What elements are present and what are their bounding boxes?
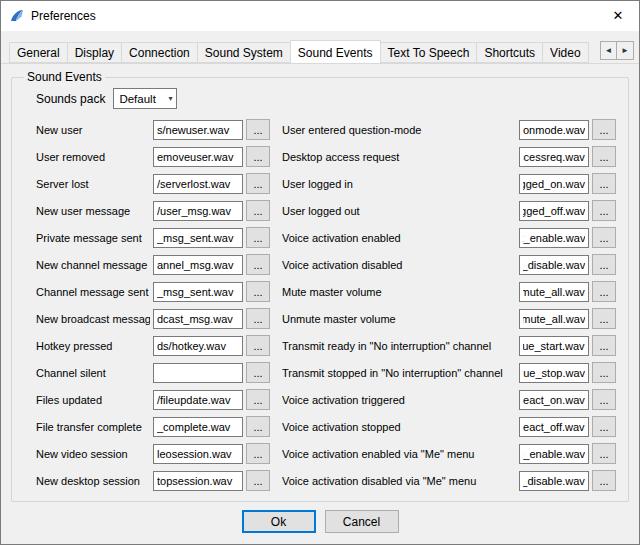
event-file-input[interactable] <box>519 255 589 275</box>
event-file-input[interactable] <box>519 471 589 491</box>
browse-button[interactable]: ... <box>246 227 270 248</box>
event-file-input[interactable] <box>519 336 589 356</box>
event-file-input[interactable] <box>153 174 243 194</box>
event-file-input[interactable] <box>519 363 589 383</box>
sounds-pack-select[interactable]: Default ▾ <box>113 88 177 109</box>
event-file-input[interactable] <box>519 174 589 194</box>
tab-text-to-speech[interactable]: Text To Speech <box>380 42 478 63</box>
browse-button[interactable]: ... <box>246 470 270 491</box>
browse-button[interactable]: ... <box>246 443 270 464</box>
event-label: Voice activation disabled <box>282 259 516 271</box>
browse-button[interactable]: ... <box>592 227 616 248</box>
tab-display[interactable]: Display <box>67 42 122 63</box>
event-file-input[interactable] <box>519 390 589 410</box>
event-file-input[interactable] <box>153 336 243 356</box>
event-file-input[interactable] <box>519 417 589 437</box>
titlebar: Preferences ✕ <box>1 1 639 31</box>
browse-button[interactable]: ... <box>592 254 616 275</box>
event-label: Channel message sent <box>36 286 150 298</box>
event-file-input[interactable] <box>519 444 589 464</box>
sound-events-groupbox: Sound Events Sounds pack Default ▾ New u… <box>11 70 629 502</box>
event-file-input[interactable] <box>153 282 243 302</box>
event-file-input[interactable] <box>519 147 589 167</box>
browse-button[interactable]: ... <box>246 389 270 410</box>
preferences-window: Preferences ✕ GeneralDisplayConnectionSo… <box>0 0 640 545</box>
tab-scroll-right-icon[interactable]: ► <box>617 41 634 60</box>
event-label: Transmit ready in "No interruption" chan… <box>282 340 516 352</box>
browse-button[interactable]: ... <box>592 173 616 194</box>
event-file-input[interactable] <box>153 201 243 221</box>
browse-button[interactable]: ... <box>592 416 616 437</box>
close-button[interactable]: ✕ <box>597 1 639 31</box>
event-file-input[interactable] <box>153 309 243 329</box>
tab-page-sound-events: Sound Events Sounds pack Default ▾ New u… <box>1 63 639 544</box>
event-label: User entered question-mode <box>282 124 516 136</box>
sounds-pack-label: Sounds pack <box>36 92 105 106</box>
ok-button[interactable]: Ok <box>242 510 316 533</box>
tab-sound-events[interactable]: Sound Events <box>290 40 381 63</box>
browse-button[interactable]: ... <box>592 470 616 491</box>
event-file-input[interactable] <box>153 444 243 464</box>
browse-button[interactable]: ... <box>246 362 270 383</box>
event-label: Voice activation triggered <box>282 394 516 406</box>
event-label: New user <box>36 124 150 136</box>
browse-button[interactable]: ... <box>246 254 270 275</box>
event-label: Unmute master volume <box>282 313 516 325</box>
tab-connection[interactable]: Connection <box>121 42 198 63</box>
browse-button[interactable]: ... <box>246 308 270 329</box>
tab-scroll-left-icon[interactable]: ◄ <box>600 41 617 60</box>
browse-button[interactable]: ... <box>592 335 616 356</box>
sounds-pack-row: Sounds pack Default ▾ <box>36 88 620 109</box>
event-label: New desktop session <box>36 475 150 487</box>
event-label: Mute master volume <box>282 286 516 298</box>
event-file-input[interactable] <box>153 471 243 491</box>
sounds-pack-value: Default <box>119 93 155 105</box>
event-file-input[interactable] <box>153 120 243 140</box>
browse-button[interactable]: ... <box>592 146 616 167</box>
event-file-input[interactable] <box>519 201 589 221</box>
event-label: Desktop access request <box>282 151 516 163</box>
browse-button[interactable]: ... <box>246 416 270 437</box>
tab-bar: GeneralDisplayConnectionSound SystemSoun… <box>9 39 599 63</box>
tab-video[interactable]: Video <box>542 42 588 63</box>
event-file-input[interactable] <box>153 228 243 248</box>
event-file-input[interactable] <box>519 282 589 302</box>
browse-button[interactable]: ... <box>246 119 270 140</box>
tab-sound-system[interactable]: Sound System <box>197 42 291 63</box>
browse-button[interactable]: ... <box>246 173 270 194</box>
browse-button[interactable]: ... <box>592 362 616 383</box>
browse-button[interactable]: ... <box>246 146 270 167</box>
cancel-button[interactable]: Cancel <box>325 510 399 533</box>
event-label: Transmit stopped in "No interruption" ch… <box>282 367 516 379</box>
event-label: Private message sent <box>36 232 150 244</box>
event-label: File transfer complete <box>36 421 150 433</box>
event-label: Files updated <box>36 394 150 406</box>
browse-button[interactable]: ... <box>592 281 616 302</box>
browse-button[interactable]: ... <box>246 200 270 221</box>
event-file-input[interactable] <box>519 309 589 329</box>
browse-button[interactable]: ... <box>592 389 616 410</box>
tab-scroll-control: ◄ ► <box>600 41 634 60</box>
browse-button[interactable]: ... <box>592 308 616 329</box>
browse-button[interactable]: ... <box>592 443 616 464</box>
event-label: Hotkey pressed <box>36 340 150 352</box>
tab-shortcuts[interactable]: Shortcuts <box>476 42 543 63</box>
event-file-input[interactable] <box>519 120 589 140</box>
browse-button[interactable]: ... <box>592 119 616 140</box>
event-label: New channel message <box>36 259 150 271</box>
event-file-input[interactable] <box>153 363 243 383</box>
browse-button[interactable]: ... <box>592 200 616 221</box>
event-file-input[interactable] <box>153 255 243 275</box>
event-file-input[interactable] <box>519 228 589 248</box>
chevron-down-icon: ▾ <box>168 95 172 103</box>
event-label: New user message <box>36 205 150 217</box>
browse-button[interactable]: ... <box>246 335 270 356</box>
groupbox-title: Sound Events <box>24 70 105 84</box>
browse-button[interactable]: ... <box>246 281 270 302</box>
event-label: Channel silent <box>36 367 150 379</box>
event-label: User logged out <box>282 205 516 217</box>
event-file-input[interactable] <box>153 390 243 410</box>
tab-general[interactable]: General <box>9 42 68 63</box>
event-file-input[interactable] <box>153 147 243 167</box>
event-file-input[interactable] <box>153 417 243 437</box>
